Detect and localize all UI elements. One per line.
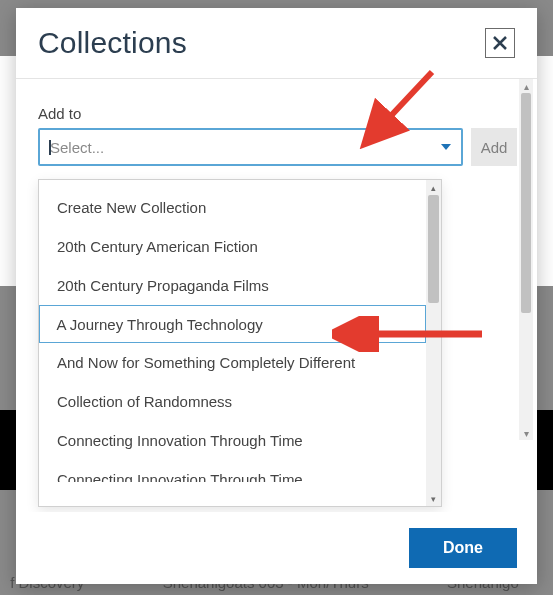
dropdown-option[interactable]: A Journey Through Technology bbox=[39, 305, 426, 343]
modal-header: Collections bbox=[16, 8, 537, 79]
dropdown-option[interactable]: 20th Century Propaganda Films bbox=[39, 266, 426, 305]
scroll-down-arrow-icon[interactable]: ▾ bbox=[519, 426, 533, 440]
scroll-up-arrow-icon[interactable]: ▴ bbox=[519, 79, 533, 93]
scrollbar-thumb[interactable] bbox=[521, 93, 531, 313]
close-button[interactable] bbox=[485, 28, 515, 58]
scrollbar-thumb[interactable] bbox=[428, 195, 439, 303]
scroll-down-arrow-icon[interactable]: ▾ bbox=[426, 491, 441, 506]
add-to-label: Add to bbox=[38, 105, 517, 122]
select-row: Select... Add bbox=[38, 128, 517, 166]
collections-modal: Collections ▴ ▾ Add to Select... Add Cre… bbox=[16, 8, 537, 584]
close-icon bbox=[492, 35, 508, 51]
done-button[interactable]: Done bbox=[409, 528, 517, 568]
scroll-up-arrow-icon[interactable]: ▴ bbox=[426, 180, 441, 195]
collection-select-input[interactable]: Select... bbox=[38, 128, 463, 166]
dropdown-option[interactable]: Collection of Randomness bbox=[39, 382, 426, 421]
add-button[interactable]: Add bbox=[471, 128, 517, 166]
dropdown-option[interactable]: Create New Collection bbox=[39, 188, 426, 227]
select-placeholder: Select... bbox=[50, 139, 104, 156]
modal-footer: Done bbox=[16, 512, 537, 584]
dropdown-option[interactable]: And Now for Something Completely Differe… bbox=[39, 343, 426, 382]
dropdown-option[interactable]: 20th Century American Fiction bbox=[39, 227, 426, 266]
chevron-down-icon[interactable] bbox=[441, 144, 451, 150]
dropdown-scrollbar[interactable]: ▴ ▾ bbox=[426, 180, 441, 506]
dropdown-list: Create New Collection20th Century Americ… bbox=[39, 180, 426, 506]
modal-scrollbar[interactable]: ▴ ▾ bbox=[519, 79, 533, 440]
dropdown-option[interactable]: Connecting Innovation Through Time bbox=[39, 460, 426, 482]
select-placeholder-text: Select... bbox=[50, 139, 104, 156]
dropdown-option[interactable]: Connecting Innovation Through Time bbox=[39, 421, 426, 460]
collection-dropdown: Create New Collection20th Century Americ… bbox=[38, 179, 442, 507]
text-caret bbox=[49, 140, 51, 155]
modal-title: Collections bbox=[38, 26, 187, 60]
modal-body: ▴ ▾ Add to Select... Add Create New Coll… bbox=[16, 79, 537, 512]
